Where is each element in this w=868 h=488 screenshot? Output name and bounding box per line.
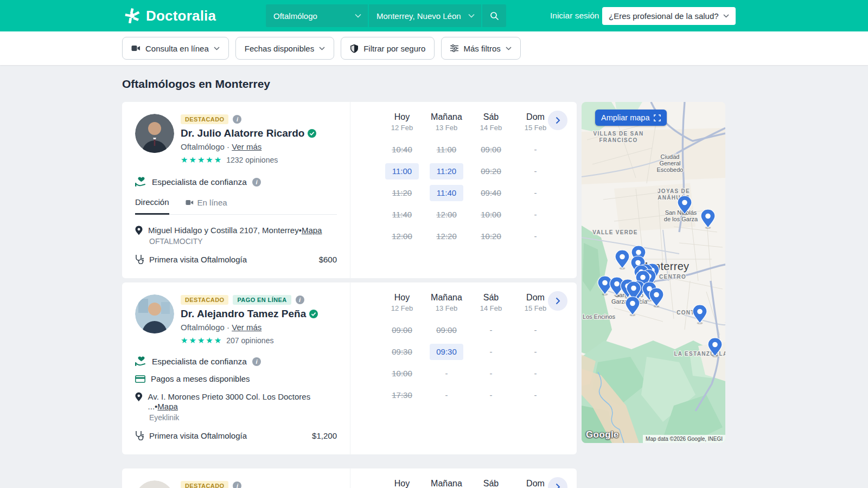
filter-label: Fechas disponibles [245,44,314,53]
time-slot-empty: - [519,322,552,338]
reviews-count[interactable]: 1232 opiniones [226,156,278,164]
calendar-cell: - [513,384,558,406]
calendar-cell: - [513,204,558,226]
video-icon [186,200,194,206]
calendar-cell: 11:40 [380,204,424,226]
separator: · [227,323,229,332]
time-slot-taken: 11:40 [385,207,419,223]
info-icon[interactable]: i [233,115,241,124]
service-name: Primera visita Oftalmología [149,431,247,440]
page-title: Oftalmólogos en Monterrey [122,78,868,91]
shield-icon [350,44,359,53]
calendar-cell: - [513,363,558,384]
doctor-photo [135,480,174,488]
chevron-right-icon [556,297,560,305]
calendar-cell: 09:30 [424,341,469,363]
calendar-cell: - [513,341,558,363]
chevron-down-icon [723,14,729,18]
calendar-date-label: 14 Feb [469,304,513,312]
filter-online-consult[interactable]: Consulta en línea [122,37,229,60]
map-link[interactable]: Mapa [157,402,178,411]
calendar-day-column: Hoy12 Feb [380,293,424,312]
doctor-avatar[interactable] [135,114,174,153]
info-icon[interactable]: i [296,296,304,304]
map-label: VALLE VERDE [592,229,638,235]
search-button[interactable] [482,4,506,27]
doctor-avatar[interactable] [135,480,174,488]
expand-map-label: Ampliar mapa [601,113,649,122]
map-label: CiudadGeneralEscobedo [657,153,684,173]
location-dropdown[interactable]: Monterrey, Nuevo Léon [369,4,481,27]
time-slot-empty: - [519,185,552,201]
calendar-cell: 09:00 [469,139,513,160]
filter-insurance[interactable]: Filtrar por seguro [341,37,435,60]
calendar-next-button[interactable] [548,291,567,311]
info-icon[interactable]: i [233,481,241,488]
calendar-cell: 09:00 [380,319,424,341]
reviews-count[interactable]: 207 opiniones [226,336,273,345]
doctor-name[interactable]: Dr. Alejandro Tamez Peña [181,308,306,320]
time-slot-available[interactable]: 11:40 [430,185,463,201]
results-map[interactable]: VILLAS DE SANFRANCISCOCiudadGeneralEscob… [582,102,725,443]
calendar-slots: 10:4011:0009:00-11:0011:2009:20-11:2011:… [380,139,568,247]
verified-check-icon [308,129,316,138]
calendar-day-label: Hoy [380,112,424,122]
filter-label: Más filtros [463,44,500,53]
calendar-day-column: Sáb14 Feb [469,479,513,488]
tab-direccion[interactable]: Dirección [135,197,169,215]
calendar-cell: 11:20 [380,182,424,204]
map-link[interactable]: Mapa [302,226,322,235]
calendar-day-column: Sáb14 Feb [469,112,513,132]
professional-button[interactable]: ¿Eres profesional de la salud? [602,7,736,25]
calendar-day-column: Hoy12 Feb [380,479,424,488]
calendar-cell: - [513,139,558,160]
doctoralia-logo[interactable]: Doctoralia [124,7,216,24]
calendar-day-label: Mañana [424,293,469,303]
doctor-avatar[interactable] [135,294,174,333]
specialty-dropdown[interactable]: Oftalmólogo [266,4,368,27]
calendar-cell: 10:40 [380,139,424,160]
calendar-next-button[interactable] [548,111,567,130]
see-more-link[interactable]: Ver más [232,323,261,332]
doctor-results-list: DESTACADO i Dr. Julio Alatorre Ricardo [122,102,577,488]
time-slot-available[interactable]: 11:00 [385,163,419,179]
info-icon[interactable]: i [252,357,261,366]
filter-more-filters[interactable]: Más filtros [441,37,520,60]
calendar-cell: - [469,384,513,406]
featured-badge: DESTACADO [181,481,228,488]
installments-label: Pagos a meses disponibles [151,374,250,383]
visit-type-tabs: Dirección En línea [135,197,337,215]
main-content: Oftalmólogos en Monterrey [0,65,868,488]
see-more-link[interactable]: Ver más [232,142,261,151]
calendar-cell: - [424,363,469,384]
location-value: Monterrey, Nuevo Léon [376,11,468,21]
rating-stars: ★★★★★ [181,155,222,165]
doctor-address: Miguel Hidalgo y Costilla 2107, Monterre… [148,226,299,235]
chevron-right-icon [556,483,560,488]
search-bar: Oftalmólogo Monterrey, Nuevo Léon [266,4,506,27]
doctor-name[interactable]: Dr. Julio Alatorre Ricardo [181,127,304,139]
doctor-specialty: Oftalmólogo [181,323,225,332]
calendar-header: Hoy12 FebMañana13 FebSáb14 FebDom15 Feb [380,293,568,312]
doctor-photo [135,294,174,333]
time-slot-available[interactable]: 11:20 [430,163,463,179]
map-label: VILLAS DE SANFRANCISCO [593,131,643,143]
time-slot-taken: 09:20 [474,163,508,179]
time-slot-taken: 12:20 [430,228,463,245]
chevron-down-icon [214,47,220,50]
time-slot-taken: 10:20 [474,228,508,245]
calendar-cell: 11:20 [424,160,469,182]
calendar-cell: - [513,160,558,182]
calendar-date-label: 13 Feb [424,124,469,132]
filter-available-dates[interactable]: Fechas disponibles [235,37,334,60]
tab-en-linea[interactable]: En línea [186,197,227,214]
login-link[interactable]: Iniciar sesión [550,11,599,21]
doctoralia-star-icon [124,7,141,24]
info-icon[interactable]: i [252,178,261,187]
expand-map-button[interactable]: Ampliar mapa [595,110,667,126]
tab-label: Dirección [135,197,169,207]
calendar-slots: 09:0009:00--09:3009:30--10:00---17:30--- [380,319,568,406]
featured-badge: DESTACADO [181,114,228,124]
calendar-cell: - [424,384,469,406]
time-slot-available[interactable]: 09:30 [430,344,463,360]
